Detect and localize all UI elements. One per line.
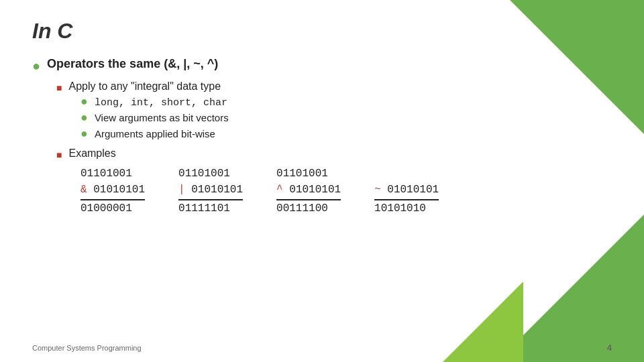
sub-bullet-square-2-icon: ■ [56, 149, 62, 160]
not-row2: ~ 01010101 [374, 182, 439, 200]
sub-section-integral: ■ Apply to any "integral" data type ● lo… [56, 80, 612, 141]
sub-bullet-1-text: Apply to any "integral" data type [68, 80, 221, 93]
xor-row2: ^ 01010101 [276, 182, 341, 200]
or-row1: 01101001 [178, 166, 230, 182]
dot-text-3: Arguments applied bit-wise [95, 128, 215, 139]
or-row2: | 01010101 [178, 182, 243, 200]
sub-bullet-square-icon: ■ [56, 82, 62, 93]
dot-icon-2: ● [80, 111, 88, 125]
dot-bullets-section: ● long, int, short, char ● View argument… [80, 96, 612, 141]
example-not: 00000000 ~ 01010101 10101010 [374, 166, 439, 217]
dot-bullet-1: ● long, int, short, char [80, 96, 612, 109]
not-row1: 00000000 [374, 166, 426, 182]
examples-table: 01101001 & 01010101 01000001 01101001 | … [80, 166, 612, 217]
and-row1: 01101001 [80, 166, 132, 182]
sub-bullet-2: ■ Examples [56, 147, 612, 160]
xor-row3: 00111100 [276, 200, 328, 217]
not-op-char: ~ [374, 184, 381, 196]
example-or: 01101001 | 01010101 01111101 [178, 166, 243, 217]
main-bullet: ● Operators the same (&, |, ~, ^) [32, 57, 612, 74]
dot-text-2: View arguments as bit vectors [95, 112, 229, 123]
and-op-char: & [80, 184, 87, 196]
dot-text-1: long, int, short, char [95, 96, 227, 109]
footer: Computer Systems Programming 4 [32, 343, 612, 353]
or-row3: 01111101 [178, 200, 230, 217]
and-row3: 01000001 [80, 200, 132, 217]
main-bullet-icon: ● [32, 58, 40, 74]
sub-section-examples: ■ Examples 01101001 & 01010101 01000001 … [56, 147, 612, 217]
footer-page-number: 4 [607, 343, 612, 353]
example-xor: 01101001 ^ 01010101 00111100 [276, 166, 341, 217]
or-op-char: | [178, 184, 185, 196]
footer-left-text: Computer Systems Programming [32, 344, 142, 352]
dot-icon-3: ● [80, 127, 88, 141]
dot-bullet-2: ● View arguments as bit vectors [80, 112, 612, 125]
xor-op-char: ^ [276, 184, 283, 196]
slide-content: In C ● Operators the same (&, |, ~, ^) ■… [0, 0, 644, 234]
not-row3: 10101010 [374, 200, 426, 217]
and-row2: & 01010101 [80, 182, 145, 200]
main-bullet-text: Operators the same (&, |, ~, ^) [47, 57, 218, 71]
sub-bullet-1: ■ Apply to any "integral" data type [56, 80, 612, 93]
slide-title: In C [32, 19, 612, 44]
example-and: 01101001 & 01010101 01000001 [80, 166, 145, 217]
dot-bullet-3: ● Arguments applied bit-wise [80, 128, 612, 141]
xor-row1: 01101001 [276, 166, 328, 182]
sub-bullet-2-text: Examples [68, 147, 115, 160]
dot-icon-1: ● [80, 95, 88, 109]
